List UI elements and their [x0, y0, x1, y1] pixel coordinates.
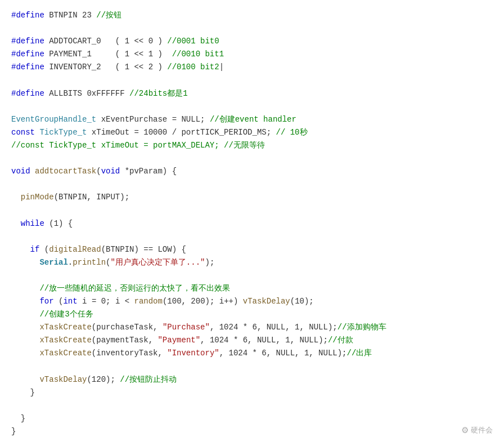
code-text: , 1024 * 6, NULL, 1, NULL);: [219, 349, 347, 358]
code-indent: [11, 245, 30, 254]
func-digitalread: digitalRead: [49, 245, 101, 254]
code-line-30: }: [11, 386, 493, 399]
code-text: (purchaseTask,: [92, 323, 163, 332]
func-println: println: [73, 258, 106, 267]
code-indent: [11, 258, 39, 267]
comment-text: // 10秒: [276, 128, 308, 137]
code-indent: [11, 349, 39, 358]
code-line-5: #define INVENTORY_2 ( 1 << 2 ) //0100 bi…: [11, 61, 493, 74]
comment-inventory: //出库: [347, 349, 372, 358]
str-purchase: "Purchase": [163, 323, 210, 332]
code-line-11: //const TickType_t xTimeOut = portMAX_DE…: [11, 139, 493, 152]
blank-line: [11, 399, 493, 412]
code-line-7: #define ALLBITS 0xFFFFFF //24bits都是1: [11, 87, 493, 100]
keyword-define: #define: [11, 89, 44, 98]
blank-line: [11, 22, 493, 35]
code-text: INVENTORY_2 ( 1 << 2 ): [44, 63, 167, 72]
keyword-for: for: [39, 297, 53, 306]
code-line-9: EventGroupHandle_t xEventPurchase = NULL…: [11, 113, 493, 126]
blank-line: [11, 269, 493, 282]
blank-line: [11, 100, 493, 113]
blank-line: [11, 178, 493, 191]
code-indent: [11, 297, 39, 306]
comment-line: //const TickType_t xTimeOut = portMAX_DE…: [11, 141, 265, 150]
keyword-int: int: [63, 297, 77, 306]
code-text: , 1024 * 6, NULL, 1, NULL);: [210, 323, 338, 332]
code-text: (paymentTask,: [92, 336, 158, 345]
code-line-17: while (1) {: [11, 217, 493, 230]
cursor: |: [219, 63, 224, 72]
code-indent: [11, 284, 39, 293]
code-line-23: for (int i = 0; i < random(100, 200); i+…: [11, 295, 493, 308]
code-text: (: [54, 297, 64, 306]
comment-text: //按钮: [96, 11, 122, 20]
code-text: (inventoryTask,: [92, 349, 167, 358]
code-text: (BTNPIN, INPUT);: [54, 193, 129, 202]
code-line-10: const TickType_t xTimeOut = 10000 / port…: [11, 126, 493, 139]
code-text: (120);: [87, 375, 120, 384]
code-indent: [11, 193, 21, 202]
keyword-if: if: [30, 245, 40, 254]
code-text: (10);: [290, 297, 314, 306]
string-text: "用户真心决定下单了...": [110, 258, 205, 267]
code-indent: [11, 323, 39, 332]
code-line-22: //放一些随机的延迟，否则运行的太快了，看不出效果: [11, 282, 493, 295]
code-editor: #define BTNPIN 23 //按钮 #define ADDTOCART…: [0, 0, 504, 446]
code-line-13: void addtocartTask(void *pvParam) {: [11, 165, 493, 178]
serial-class: Serial: [39, 258, 68, 267]
code-text: );: [205, 258, 214, 267]
code-text: PAYMENT_1 ( 1 << 1 ): [44, 50, 172, 59]
code-line-3: #define ADDTOCART_0 ( 1 << 0 ) //0001 bi…: [11, 35, 493, 48]
code-text: }: [11, 388, 35, 397]
func-xtaskcreate1: xTaskCreate: [39, 323, 91, 332]
code-text: xEventPurchase = NULL;: [96, 115, 210, 124]
comment-create: //创建3个任务: [39, 310, 93, 319]
code-text: xTimeOut = 10000 / portTICK_PERIOD_MS;: [87, 128, 276, 137]
keyword-const: const: [11, 128, 35, 137]
watermark-icon: ⚙: [461, 423, 469, 437]
code-line-32: }: [11, 412, 493, 425]
code-indent: [11, 336, 39, 345]
code-text: (100, 200); i++): [163, 297, 243, 306]
type-text: TickType_t: [39, 128, 87, 137]
comment-text: //24bits都是1: [129, 89, 188, 98]
comment-text: //0001 bit0: [167, 37, 219, 46]
watermark-text: 硬件会: [471, 425, 493, 436]
comment-addcart: //添加购物车: [338, 323, 386, 332]
blank-line: [11, 204, 493, 217]
blank-line: [11, 360, 493, 373]
keyword-define: #define: [11, 63, 44, 72]
code-indent: [11, 219, 21, 228]
blank-line: [11, 74, 493, 87]
blank-line: [11, 230, 493, 243]
code-indent: [11, 310, 39, 319]
code-line-20: Serial.println("用户真心决定下单了...");: [11, 256, 493, 269]
str-payment: "Payment": [158, 336, 200, 345]
comment-random: //放一些随机的延迟，否则运行的太快了，看不出效果: [39, 284, 230, 293]
comment-text: //创建event handler: [210, 115, 296, 124]
comment-text: //0010 bit1: [172, 50, 224, 59]
comment-payment: //付款: [328, 336, 353, 345]
type-text: EventGroupHandle_t: [11, 115, 96, 124]
code-line-24: //创建3个任务: [11, 308, 493, 321]
code-indent: [11, 375, 39, 384]
keyword-void2: void: [101, 167, 120, 176]
keyword-define: #define: [11, 11, 44, 20]
code-text: }: [11, 427, 16, 436]
code-text: i = 0; i <: [78, 297, 134, 306]
code-text: (BTNPIN) == LOW) {: [101, 245, 186, 254]
keyword-void: void: [11, 167, 30, 176]
keyword-define: #define: [11, 50, 44, 59]
code-line-15: pinMode(BTNPIN, INPUT);: [11, 191, 493, 204]
code-line-26: xTaskCreate(paymentTask, "Payment", 1024…: [11, 334, 493, 347]
code-text: (1) {: [44, 219, 73, 228]
code-text: BTNPIN 23: [44, 11, 96, 20]
keyword-while: while: [21, 219, 44, 228]
code-line-25: xTaskCreate(purchaseTask, "Purchase", 10…: [11, 321, 493, 334]
code-text: }: [11, 414, 25, 423]
comment-text: //0100 bit2: [167, 63, 219, 72]
code-text: *pvParam) {: [120, 167, 177, 176]
code-text: [30, 167, 35, 176]
func-xtaskcreate3: xTaskCreate: [39, 349, 91, 358]
func-random: random: [134, 297, 163, 306]
